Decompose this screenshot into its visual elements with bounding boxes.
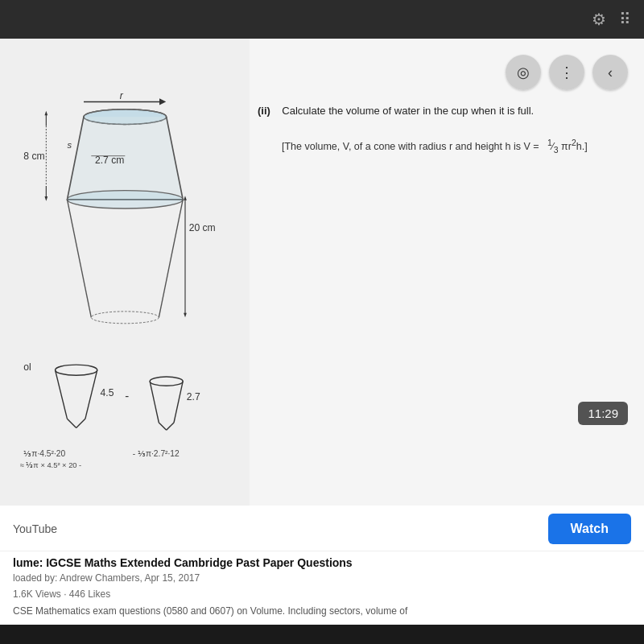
svg-marker-17 [184,313,187,318]
bottom-bar: YouTube Watch lume: IGCSE Maths Extended… [0,506,644,625]
question-text: Calculate the volume of water in the cup… [282,105,534,117]
svg-text:- ⅓π·2.7²·12: - ⅓π·2.7²·12 [133,449,180,458]
video-stats: 1.6K Views · 446 Likes [0,587,644,603]
svg-text:s: s [67,140,72,150]
main-content: ‹ r s 8 cm [0,39,644,625]
svg-line-25 [67,419,76,427]
svg-text:8 cm: 8 cm [23,151,44,162]
svg-point-28 [150,377,183,386]
target-button[interactable]: ◎ [506,55,541,90]
timer-badge: 11:29 [578,402,628,425]
svg-text:-: - [125,389,129,402]
svg-line-30 [174,382,183,423]
svg-line-23 [56,370,68,419]
uploader-meta: loaded by: Andrew Chambers, Apr 15, 2017 [13,572,200,584]
svg-line-29 [150,382,159,423]
stats-text: 1.6K Views · 446 Likes [13,588,110,600]
video-title: lume: IGCSE Maths Extended Cambridge Pas… [0,551,644,571]
svg-line-24 [85,370,97,419]
youtube-row: YouTube Watch [0,506,644,551]
svg-text:2.7: 2.7 [187,391,200,402]
hint-label: [The volume, V, of a cone with radius r … [282,141,539,152]
gear-icon[interactable]: ⚙ [592,10,606,29]
video-meta: loaded by: Andrew Chambers, Apr 15, 2017 [0,571,644,587]
svg-text:≈ ⅓π × 4.5² × 20 -: ≈ ⅓π × 4.5² × 20 - [20,461,82,469]
problem-text: (ii) Calculate the volume of water in th… [258,103,628,157]
diagram-svg: r s 8 cm 2.7 cm [16,55,242,497]
diagram-section: r s 8 cm 2.7 cm [0,39,250,506]
svg-text:4.5: 4.5 [101,387,114,398]
grid-icon[interactable]: ⠿ [619,10,631,29]
hint-formula: 1⁄3 πr2h.] [544,141,587,152]
svg-point-22 [56,365,97,375]
more-button[interactable]: ⋮ [549,55,584,90]
svg-text:r: r [120,90,124,101]
svg-point-20 [91,312,159,324]
svg-line-32 [167,423,174,430]
part-label: (ii) [258,105,270,117]
svg-line-26 [76,419,85,427]
back-button[interactable]: ‹ [592,55,628,90]
float-buttons: ◎ ⋮ ‹ [506,55,628,90]
svg-text:⅓π·4.5²·20: ⅓π·4.5²·20 [23,449,65,458]
top-bar: ⚙ ⠿ [0,0,644,39]
svg-line-18 [67,200,91,318]
svg-marker-8 [44,196,47,201]
svg-text:ol: ol [23,361,31,373]
watch-button[interactable]: Watch [548,514,631,544]
svg-line-19 [159,200,183,318]
svg-marker-7 [44,111,47,116]
platform-label: YouTube [13,522,57,535]
video-area: ‹ r s 8 cm [0,39,644,506]
svg-point-11 [67,191,183,208]
video-description: CSE Mathematics exam questions (0580 and… [0,603,644,625]
svg-text:20 cm: 20 cm [189,222,216,233]
svg-marker-16 [184,196,187,200]
svg-line-31 [159,423,166,430]
problem-section: ◎ ⋮ ‹ (ii) Calculate the volume of water… [250,39,644,506]
